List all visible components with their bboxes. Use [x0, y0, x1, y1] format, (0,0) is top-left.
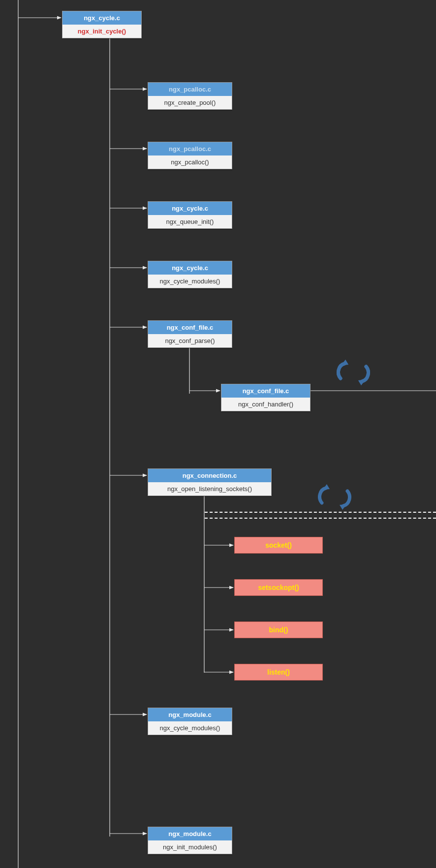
node-file: ngx_cycle.c	[148, 202, 232, 215]
loop-icon-2	[315, 482, 354, 512]
node-file: ngx_pcalloc.c	[148, 83, 232, 96]
loop-icon-1	[334, 358, 373, 387]
node-func: ngx_conf_parse()	[148, 334, 232, 347]
node-child-5: ngx_connection.cngx_open_listening_socke…	[148, 468, 272, 496]
node-child-1: ngx_pcalloc.cngx_pcalloc()	[148, 142, 232, 169]
node-func: ngx_init_cycle()	[62, 25, 141, 38]
node-func: ngx_queue_init()	[148, 215, 232, 228]
dashed-divider	[205, 512, 436, 519]
node-file: ngx_module.c	[148, 827, 232, 840]
node-func: ngx_pcalloc()	[148, 155, 232, 169]
node-child-7: ngx_module.cngx_init_modules()	[148, 827, 232, 854]
node-conf-handler: ngx_conf_file.cngx_conf_handler()	[221, 384, 311, 411]
node-child-6: ngx_module.cngx_cycle_modules()	[148, 708, 232, 735]
node-file: ngx_connection.c	[148, 469, 271, 482]
node-child-2: ngx_cycle.cngx_queue_init()	[148, 201, 232, 229]
syscall-1: setsockopt()	[234, 579, 323, 596]
node-file: ngx_module.c	[148, 708, 232, 721]
node-root: ngx_cycle.cngx_init_cycle()	[62, 11, 142, 38]
node-file: ngx_pcalloc.c	[148, 142, 232, 155]
node-file: ngx_cycle.c	[148, 261, 232, 275]
syscall-2: bind()	[234, 621, 323, 638]
node-file: ngx_cycle.c	[62, 11, 141, 25]
node-child-0: ngx_pcalloc.cngx_create_pool()	[148, 82, 232, 110]
node-func: ngx_open_listening_sockets()	[148, 482, 271, 496]
diagram-canvas: ngx_cycle.cngx_init_cycle()ngx_pcalloc.c…	[0, 0, 436, 868]
node-child-4: ngx_conf_file.cngx_conf_parse()	[148, 320, 232, 348]
node-func: ngx_conf_handler()	[221, 398, 310, 411]
node-func: ngx_init_modules()	[148, 840, 232, 854]
node-file: ngx_conf_file.c	[221, 384, 310, 398]
syscall-3: listen()	[234, 664, 323, 681]
node-func: ngx_cycle_modules()	[148, 721, 232, 735]
node-func: ngx_create_pool()	[148, 96, 232, 109]
node-file: ngx_conf_file.c	[148, 321, 232, 334]
node-func: ngx_cycle_modules()	[148, 275, 232, 288]
node-child-3: ngx_cycle.cngx_cycle_modules()	[148, 261, 232, 288]
syscall-0: socket()	[234, 537, 323, 554]
